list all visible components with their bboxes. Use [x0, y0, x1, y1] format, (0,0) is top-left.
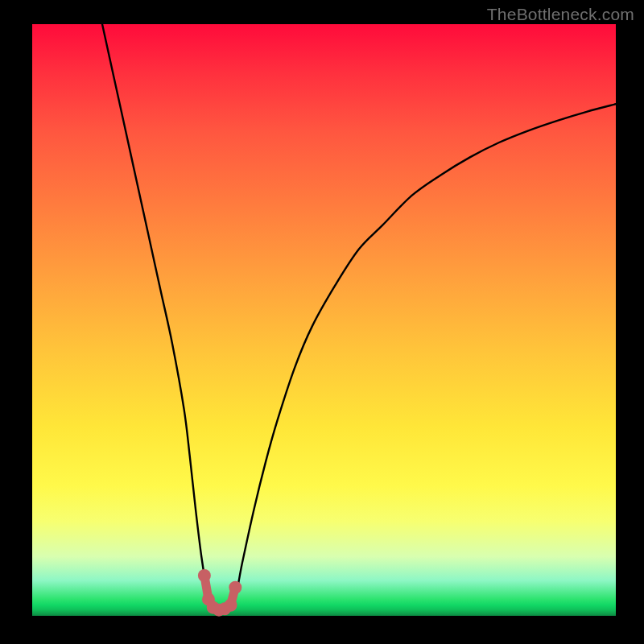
valley-marker-dot	[198, 569, 211, 582]
curve-svg	[32, 24, 616, 616]
chart-frame: TheBottleneck.com	[0, 0, 644, 644]
valley-marker-dot	[225, 599, 237, 612]
watermark-text: TheBottleneck.com	[487, 5, 634, 24]
bottleneck-curve	[102, 24, 616, 609]
valley-marker-dot	[229, 581, 242, 594]
plot-area	[32, 24, 616, 616]
